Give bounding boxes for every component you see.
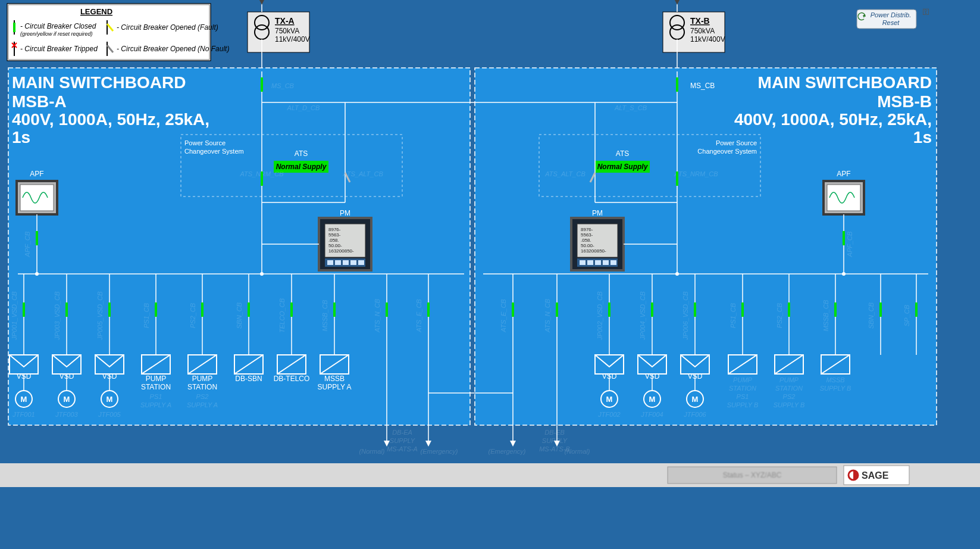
tx-b-spec1: 750kVA [690,27,715,35]
svg-text:SUPPLY B: SUPPLY B [820,385,851,392]
svg-text:STATION: STATION [775,385,803,392]
svg-text:ATS_E_CB: ATS_E_CB [500,299,507,332]
apf-a-label: APF [30,170,43,178]
ats-a-label: ATS [295,149,308,158]
svg-text:SBN_CB: SBN_CB [868,302,875,329]
msb-b-title2: MSB-B [877,92,932,111]
tx-a-spec2: 11kV/400V [275,35,310,43]
svg-text:PS1: PS1 [737,393,749,400]
apf-b-label: APF [837,170,850,178]
svg-text:JP003_VSD_CB: JP003_VSD_CB [54,291,61,340]
pcs-a-1: Power Source [184,139,226,146]
svg-text:JP005_VSD_CB: JP005_VSD_CB [96,291,104,340]
legend-closed: - Circuit Breaker Closed [20,22,96,30]
svg-text:PS2: PS2 [783,393,796,400]
svg-point-65 [260,272,264,276]
svg-text:ATS_N_CB: ATS_N_CB [374,299,381,333]
msb-a-title1: MAIN SWITCHBOARD [12,73,186,92]
svg-text:ATS_E_CB: ATS_E_CB [415,299,422,332]
svg-text:MSSB_CB: MSSB_CB [822,300,829,332]
svg-text:ATS_ALT_CB: ATS_ALT_CB [342,170,383,177]
svg-text:PS1_CB: PS1_CB [729,303,737,328]
svg-text:SUPPLY: SUPPLY [390,437,415,444]
svg-text:JTF001: JTF001 [12,411,35,418]
msb-b-title1: MAIN SWITCHBOARD [758,73,932,92]
svg-text:PUMP: PUMP [192,375,213,383]
svg-point-64 [35,272,39,276]
svg-text:(Emergency): (Emergency) [489,448,526,455]
svg-text:APF_CB: APF_CB [846,232,853,258]
legend-panel: LEGEND - Circuit Breaker Closed (green/y… [7,4,229,61]
svg-text:MS-ATS-A: MS-ATS-A [387,445,418,453]
legend-tripped: - Circuit Breaker Tripped [20,45,98,53]
svg-text:MSSB_CB: MSSB_CB [321,300,328,332]
svg-text:MS_CB: MS_CB [271,82,294,89]
key-icon: ⚿ [922,8,929,16]
svg-text:STATION: STATION [141,383,171,391]
status-text: Status – XYZ/ABC [723,471,782,479]
svg-text:ALT_S_CB: ALT_S_CB [614,104,647,111]
pm-a-label: PM [340,209,350,217]
brand-text: SAGE [862,470,889,481]
svg-text:SUPPLY B: SUPPLY B [774,401,805,408]
legend-opened-nofault: - Circuit Breaker Opened (No Fault) [117,45,229,53]
tx-b-spec2: 11kV/400V [690,35,725,43]
tx-a-spec1: 750kVA [275,27,299,35]
svg-text:ALT_D_CB: ALT_D_CB [287,104,320,111]
sage-logo: SAGE [844,466,909,485]
legend-closed-sub: (green/yellow if reset required) [20,31,93,37]
svg-text:DB-EB: DB-EB [544,429,565,436]
msb-b-panel: MAIN SWITCHBOARD MSB-B 400V, 1000A, 50Hz… [475,68,937,447]
svg-text:MSSB: MSSB [324,375,345,383]
svg-text:JP001_VSD_CB: JP001_VSD_CB [11,291,18,340]
svg-text:DB-TELCO: DB-TELCO [274,375,310,383]
msb-b-cb-label: MS_CB [690,82,715,90]
svg-text:STATION: STATION [187,383,217,391]
power-meter-b[interactable] [571,218,624,270]
svg-text:APF_CB: APF_CB [24,232,31,258]
pcs-a-2: Changeover System [184,148,244,155]
svg-text:PUMP: PUMP [733,376,752,383]
apf-b[interactable] [824,181,864,214]
svg-text:STATION: STATION [729,385,756,392]
pm-b-label: PM [592,209,603,217]
svg-text:PS2: PS2 [196,393,209,400]
svg-text:JP006_VSD_CB: JP006_VSD_CB [682,291,689,340]
power-meter-a[interactable] [319,218,371,270]
msb-a-title4: 1s [12,128,30,146]
ats-b-label: ATS [616,149,629,158]
svg-text:PS1_CB: PS1_CB [143,303,150,328]
svg-text:(Normal): (Normal) [565,448,590,455]
svg-text:JP002_VSD_CB: JP002_VSD_CB [596,291,603,340]
svg-text:ATS_NRM_CB: ATS_NRM_CB [674,170,718,177]
svg-text:SUPPLY A: SUPPLY A [187,401,218,408]
svg-text:JTF004: JTF004 [640,411,663,418]
svg-text:JP004_VSD_CB: JP004_VSD_CB [639,291,646,340]
svg-text:JTF005: JTF005 [98,411,121,418]
svg-text:SUPPLY A: SUPPLY A [318,383,352,391]
svg-text:(Normal): (Normal) [359,448,385,455]
apf-a[interactable] [17,181,57,214]
ats-b-text: Normal Supply [597,163,649,171]
svg-text:DB-SBN: DB-SBN [235,375,262,383]
svg-text:SBN_CB: SBN_CB [236,302,243,329]
svg-text:SUPPLY B: SUPPLY B [727,401,759,408]
msb-a-title3: 400V, 1000A, 50Hz, 25kA, [12,110,209,129]
svg-text:JTF002: JTF002 [597,411,620,418]
msb-b-title4: 1s [913,128,932,146]
ats-a-text: Normal Supply [276,163,327,171]
svg-text:ATS_ALT_CB: ATS_ALT_CB [544,170,585,177]
svg-text:PUMP: PUMP [146,375,167,383]
svg-text:SUPPLY: SUPPLY [542,437,568,444]
tx-a-name: TX-A [275,16,295,26]
svg-text:JTF006: JTF006 [683,411,706,418]
msb-b-title3: 400V, 1000A, 50Hz, 25kA, [734,110,932,129]
reset-label-2: Reset [882,19,900,26]
svg-point-127 [842,272,846,276]
svg-text:PS2_CB: PS2_CB [189,303,196,328]
svg-text:MSSB: MSSB [826,376,844,383]
svg-text:ATS_N_CB: ATS_N_CB [544,299,551,333]
svg-text:DB-EA: DB-EA [392,429,412,436]
svg-text:SP_CB: SP_CB [903,305,910,326]
pcs-b-2: Changeover System [697,148,757,155]
